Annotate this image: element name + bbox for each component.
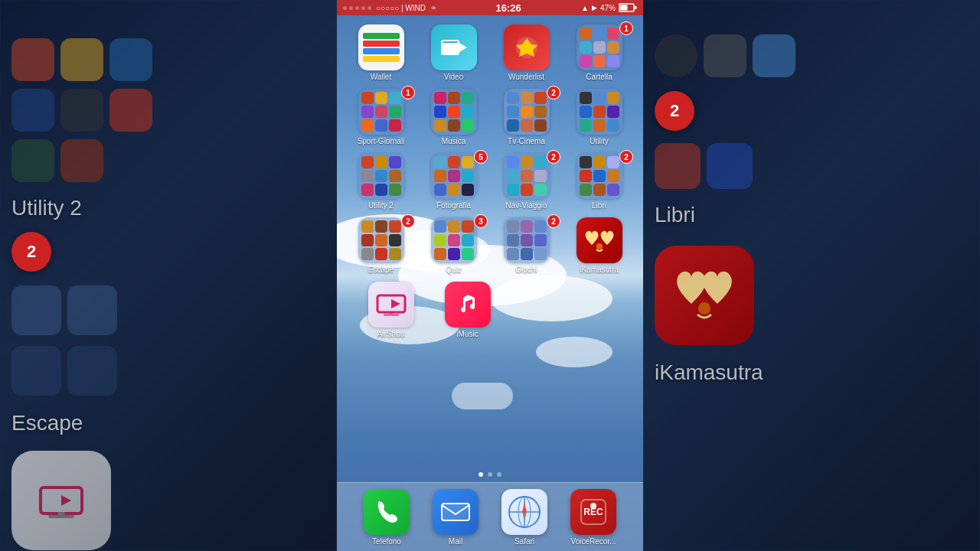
voicerec-label: VoiceRecor... — [571, 537, 616, 546]
app-row-2: Sport-Giornali 1 Musica — [345, 86, 635, 148]
status-time: 16:26 — [495, 2, 521, 14]
cartella-label: Cartella — [586, 73, 612, 81]
page-dot-2[interactable] — [497, 472, 501, 477]
imusic-icon[interactable] — [445, 282, 491, 328]
app-escape[interactable]: Escape 2 — [348, 217, 413, 274]
phone-frame: ○○○○○ | WIND ≈ 16:26 ▲ ▶ 47% — [337, 0, 643, 551]
fotografia-label: Fotografia — [436, 201, 471, 210]
quiz-label: Quiz — [446, 266, 462, 274]
video-label: Video — [444, 73, 463, 81]
sport-badge: 1 — [401, 86, 415, 99]
utility-label: Utility — [590, 137, 608, 145]
dock-safari[interactable]: Safari — [501, 489, 547, 546]
app-navviaggio[interactable]: Nav-Viaggio 2 — [494, 153, 559, 210]
app-video[interactable]: Video — [421, 24, 486, 81]
svg-rect-2 — [48, 515, 74, 518]
app-tvcinema[interactable]: Tv-Cinema 2 — [494, 89, 559, 145]
right-panel: 2 Libri iKamasutra — [643, 0, 980, 551]
quiz-badge: 3 — [474, 214, 488, 228]
voicerec-icon[interactable]: REC — [570, 489, 616, 535]
app-row-5: AirShou iMusic — [345, 279, 635, 341]
mail-label: Mail — [449, 537, 462, 546]
app-musica[interactable]: Musica — [421, 89, 486, 145]
app-row-1: Wallet Video — [345, 21, 635, 84]
libri-icon[interactable] — [577, 153, 622, 199]
utility2-label: Utility 2 — [368, 201, 394, 210]
safari-icon[interactable] — [501, 489, 547, 535]
svg-rect-5 — [619, 5, 627, 11]
app-utility2[interactable]: Utility 2 — [348, 153, 413, 210]
app-sport[interactable]: Sport-Giornali 1 — [348, 89, 413, 145]
left-badge-2: 2 — [11, 232, 51, 272]
app-libri[interactable]: Libri 2 — [567, 153, 632, 210]
svg-marker-1 — [61, 495, 71, 506]
fotografia-badge: 5 — [474, 150, 488, 164]
ikamasutra-icon[interactable] — [577, 217, 622, 263]
sport-label: Sport-Giornali — [358, 137, 405, 145]
cartella-icon[interactable] — [577, 24, 622, 70]
fotografia-icon[interactable] — [431, 153, 477, 199]
libri-badge: 2 — [619, 150, 633, 164]
app-wallet[interactable]: Wallet — [348, 24, 413, 81]
ikamasutra-label: iKamasutra — [580, 266, 619, 274]
page-dots — [337, 467, 643, 482]
app-quiz[interactable]: Quiz 3 — [421, 217, 486, 274]
app-utility[interactable]: Utility — [567, 89, 632, 145]
app-fotografia[interactable]: Fotografia 5 — [421, 153, 486, 210]
app-ikamasutra[interactable]: iKamasutra — [567, 217, 632, 274]
wunderlist-label: Wunderlist — [508, 73, 544, 81]
libri-label: Libri — [592, 201, 606, 210]
app-wunderlist[interactable]: Wunderlist — [494, 24, 559, 81]
dock-mail[interactable]: Mail — [433, 489, 479, 546]
navviaggio-badge: 2 — [547, 150, 560, 164]
tvcinema-label: Tv-Cinema — [508, 137, 545, 145]
sport-icon[interactable] — [358, 89, 404, 135]
wallet-label: Wallet — [371, 73, 391, 81]
telefono-icon[interactable] — [364, 489, 410, 535]
app-giochi[interactable]: Giochi 2 — [494, 217, 559, 274]
svg-marker-23 — [522, 503, 527, 514]
utility-icon[interactable] — [577, 89, 622, 135]
left-label-escape: Escape — [11, 411, 83, 435]
dock-voicerec[interactable]: REC VoiceRecor... — [570, 489, 616, 546]
app-row-4: Escape 2 Quiz 3 — [345, 214, 635, 277]
status-right: ▲ ▶ 47% — [581, 3, 637, 12]
svg-rect-17 — [442, 504, 469, 520]
mail-icon[interactable] — [433, 489, 479, 535]
app-cartella[interactable]: Cartella 1 — [567, 24, 632, 81]
giochi-icon[interactable] — [504, 217, 550, 263]
right-label-libri: Libri — [655, 203, 695, 227]
escape-badge: 2 — [401, 214, 415, 228]
app-imusic[interactable]: iMusic — [435, 282, 500, 338]
video-icon[interactable] — [431, 24, 477, 70]
utility2-icon[interactable] — [358, 153, 404, 199]
navviaggio-icon[interactable] — [504, 153, 550, 199]
svg-rect-6 — [634, 6, 636, 9]
svg-rect-15 — [384, 314, 399, 316]
telefono-label: Telefono — [372, 537, 401, 546]
wunderlist-icon[interactable] — [504, 24, 550, 70]
svg-marker-14 — [391, 299, 400, 308]
escape-icon[interactable] — [358, 217, 404, 263]
app-airshou[interactable]: AirShou — [358, 282, 423, 338]
svg-marker-8 — [459, 43, 467, 52]
svg-rect-3 — [57, 512, 65, 515]
page-dot-0[interactable] — [479, 472, 483, 477]
svg-point-12 — [596, 243, 603, 249]
quiz-icon[interactable] — [431, 217, 477, 263]
left-panel: Utility 2 2 Escape — [0, 0, 337, 551]
tvcinema-icon[interactable] — [504, 89, 550, 135]
right-ikamasutra-ghost — [655, 246, 754, 345]
app-grid: Wallet Video — [337, 15, 643, 467]
escape-label: Escape — [368, 266, 394, 274]
dock-telefono[interactable]: Telefono — [364, 489, 410, 546]
dock: Telefono Mail — [337, 482, 643, 551]
right-badge-2: 2 — [655, 91, 694, 131]
airshou-icon[interactable] — [368, 282, 414, 328]
musica-icon[interactable] — [431, 89, 477, 135]
tvcinema-badge: 2 — [547, 86, 560, 99]
wallet-icon[interactable] — [358, 24, 404, 70]
page-dot-1[interactable] — [488, 472, 492, 477]
status-carrier: ○○○○○ | WIND ≈ — [343, 3, 436, 12]
giochi-label: Giochi — [515, 266, 537, 274]
